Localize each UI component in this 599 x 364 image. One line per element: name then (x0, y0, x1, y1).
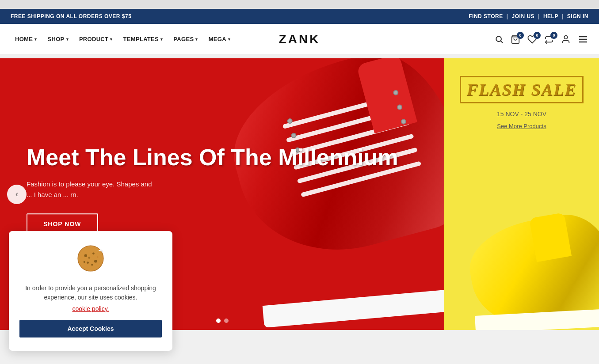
hero-heading: Meet The Lines Of The Millennium (27, 145, 398, 170)
chevron-down-icon: ▾ (195, 37, 198, 42)
accept-cookies-button[interactable]: Accept Cookies (19, 320, 162, 330)
menu-button[interactable] (578, 34, 588, 45)
slider-dots (216, 318, 229, 323)
cookie-icon (19, 244, 162, 278)
flash-sale-shoe-area (444, 144, 599, 330)
chevron-down-icon: ▾ (66, 37, 69, 42)
see-more-products-link[interactable]: See More Products (497, 123, 546, 129)
chevron-down-icon: ▾ (160, 37, 163, 42)
svg-point-13 (84, 261, 85, 263)
chevron-down-icon: ▾ (228, 37, 230, 42)
cookie-popup: In order to provide you a personalized s… (9, 231, 172, 330)
chevron-down-icon: ▾ (34, 37, 37, 42)
top-strip (0, 0, 599, 9)
slider-dot-1[interactable] (216, 318, 221, 323)
help-link[interactable]: HELP (543, 13, 558, 19)
search-button[interactable] (495, 35, 504, 44)
cookie-policy-link[interactable]: cookie policy. (72, 305, 109, 312)
flash-sale-title: FLASH SALE (460, 76, 583, 103)
slider-prev-button[interactable]: ‹ (7, 185, 27, 204)
hero-subtext: Fashion is to please your eye. Shapes an… (27, 179, 159, 200)
hero-text: Meet The Lines Of The Millennium Fashion… (27, 145, 398, 235)
svg-point-14 (88, 257, 90, 259)
flash-sale-dates: 15 NOV - 25 NOV (497, 110, 546, 118)
main-nav: HOME ▾ SHOP ▾ PRODUCT ▾ TEMPLATES ▾ PAGE… (11, 32, 235, 46)
slider-dot-2[interactable] (224, 318, 229, 323)
nav-item-shop[interactable]: SHOP ▾ (43, 32, 73, 46)
nav-item-pages[interactable]: PAGES ▾ (169, 32, 202, 46)
shipping-promo: FREE SHIPPING ON ALL ORDERS OVER $75 (11, 13, 131, 19)
header-icons: 0 0 0 (495, 34, 588, 45)
nav-item-home[interactable]: HOME ▾ (11, 32, 42, 46)
compare-button[interactable]: 0 (544, 34, 554, 44)
top-bar-nav: FIND STORE | JOIN US | HELP | SIGN IN (469, 13, 588, 19)
flash-sale-panel: FLASH SALE 15 NOV - 25 NOV See More Prod… (444, 58, 599, 330)
chevron-down-icon: ▾ (110, 37, 112, 42)
svg-point-7 (78, 246, 103, 271)
find-store-link[interactable]: FIND STORE (469, 13, 503, 19)
svg-point-8 (84, 254, 87, 257)
wishlist-button[interactable]: 0 (527, 34, 537, 44)
nav-item-product[interactable]: PRODUCT ▾ (75, 32, 117, 46)
nav-item-mega[interactable]: MEGA ▾ (204, 32, 235, 46)
svg-point-0 (496, 36, 501, 42)
svg-point-12 (91, 264, 93, 265)
svg-point-15 (97, 256, 98, 258)
header: HOME ▾ SHOP ▾ PRODUCT ▾ TEMPLATES ▾ PAGE… (0, 24, 599, 55)
wishlist-badge: 0 (534, 32, 541, 39)
svg-point-11 (87, 262, 89, 264)
compare-badge: 0 (550, 32, 557, 39)
svg-point-10 (94, 260, 97, 262)
svg-line-1 (501, 41, 503, 43)
svg-point-3 (564, 35, 567, 38)
sign-in-link[interactable]: SIGN IN (567, 13, 588, 19)
top-bar: FREE SHIPPING ON ALL ORDERS OVER $75 FIN… (0, 9, 599, 24)
cart-badge: 0 (517, 32, 524, 39)
account-button[interactable] (561, 34, 571, 44)
svg-point-9 (92, 252, 95, 254)
chevron-left-icon: ‹ (15, 190, 18, 199)
logo[interactable]: ZANK (279, 32, 320, 46)
join-us-link[interactable]: JOIN US (512, 13, 535, 19)
nav-item-templates[interactable]: TEMPLATES ▾ (119, 32, 168, 46)
cookie-text: In order to provide you a personalized s… (19, 284, 162, 302)
cart-button[interactable]: 0 (511, 34, 520, 44)
